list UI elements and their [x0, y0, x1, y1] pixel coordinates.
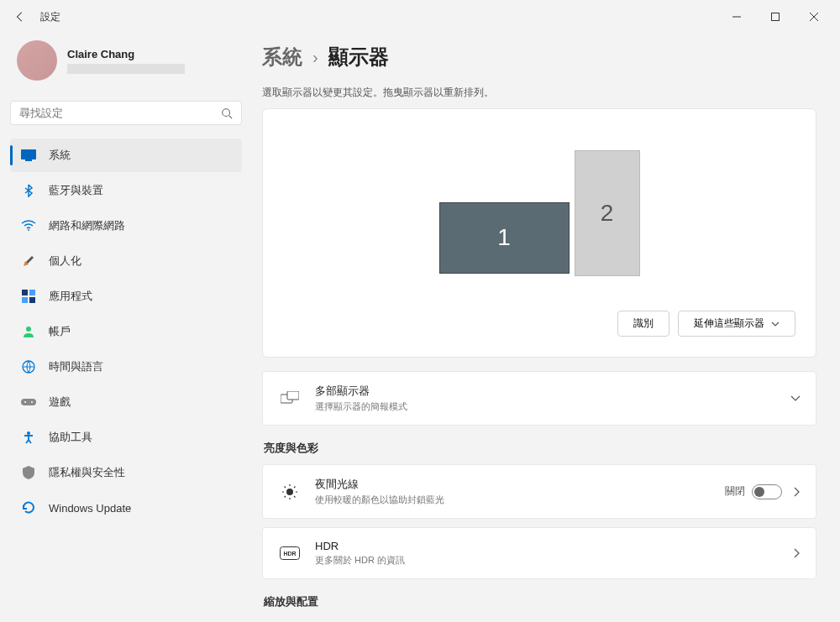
- titlebar: 設定: [0, 0, 840, 34]
- sidebar-item-windows-update[interactable]: Windows Update: [10, 491, 242, 525]
- sidebar-item-apps[interactable]: 應用程式: [10, 280, 242, 313]
- nav-list: 系統 藍牙與裝置 網路和網際網路 個人化 應用程式 帳戶: [10, 139, 242, 525]
- sidebar-item-time-language[interactable]: 時間與語言: [10, 350, 242, 384]
- svg-rect-3: [25, 159, 32, 161]
- hdr-icon: HDR: [278, 546, 302, 560]
- night-light-toggle[interactable]: 關閉: [725, 484, 782, 499]
- chevron-right-icon: [794, 548, 801, 558]
- sidebar-item-label: 應用程式: [49, 289, 92, 304]
- multiple-displays-card[interactable]: 多部顯示器 選擇顯示器的簡報模式: [262, 371, 816, 426]
- sidebar: Claire Chang 系統 藍牙與裝置 網路和網際網路 個人化: [0, 34, 252, 622]
- sidebar-item-label: 系統: [49, 148, 71, 163]
- minimize-icon: [732, 13, 741, 21]
- sidebar-item-label: 藍牙與裝置: [49, 183, 103, 198]
- svg-rect-7: [22, 297, 28, 303]
- display-arrangement-canvas: 1 2 識別 延伸這些顯示器: [262, 108, 816, 358]
- sidebar-item-label: 協助工具: [49, 430, 92, 445]
- sidebar-item-label: 帳戶: [49, 324, 71, 339]
- svg-point-1: [223, 108, 230, 116]
- toggle-label: 關閉: [725, 484, 745, 499]
- identify-button[interactable]: 識別: [617, 311, 669, 337]
- card-sub: 更多關於 HDR 的資訊: [315, 554, 794, 567]
- brightness-section-header: 亮度與色彩: [264, 441, 816, 456]
- night-light-card[interactable]: 夜間光線 使用較暖的顏色以協助封鎖藍光 關閉: [262, 464, 816, 519]
- hdr-card[interactable]: HDR HDR 更多關於 HDR 的資訊: [262, 527, 816, 579]
- breadcrumb: 系統 › 顯示器: [262, 44, 816, 71]
- chevron-down-icon: [771, 321, 780, 327]
- sidebar-item-label: 網路和網際網路: [49, 218, 125, 233]
- svg-point-13: [31, 401, 33, 403]
- svg-point-4: [28, 229, 29, 231]
- card-title: HDR: [315, 540, 794, 552]
- canvas-actions: 識別 延伸這些顯示器: [283, 311, 795, 337]
- sidebar-item-network[interactable]: 網路和網際網路: [10, 209, 242, 243]
- scale-section-header: 縮放與配置: [264, 594, 816, 609]
- svg-rect-0: [772, 13, 780, 21]
- sidebar-item-privacy[interactable]: 隱私權與安全性: [10, 456, 242, 489]
- sidebar-item-bluetooth[interactable]: 藍牙與裝置: [10, 174, 242, 207]
- extend-label: 延伸這些顯示器: [694, 316, 764, 331]
- close-button[interactable]: [795, 3, 833, 30]
- sidebar-item-label: 隱私權與安全性: [49, 465, 125, 480]
- svg-rect-5: [22, 290, 28, 295]
- globe-icon: [20, 358, 37, 375]
- breadcrumb-current: 顯示器: [328, 44, 389, 71]
- svg-rect-6: [29, 290, 35, 295]
- page-subtitle: 選取顯示器以變更其設定。拖曳顯示器以重新排列。: [262, 86, 816, 100]
- profile-name: Claire Chang: [67, 48, 185, 60]
- wifi-icon: [20, 217, 37, 234]
- svg-text:HDR: HDR: [283, 551, 296, 557]
- toggle-switch[interactable]: [752, 484, 782, 499]
- breadcrumb-parent[interactable]: 系統: [262, 44, 302, 71]
- maximize-icon: [771, 13, 780, 21]
- sidebar-item-gaming[interactable]: 遊戲: [10, 385, 242, 419]
- card-sub: 使用較暖的顏色以協助封鎖藍光: [315, 494, 725, 506]
- profile-email-redacted: [67, 64, 185, 74]
- close-icon: [810, 13, 818, 21]
- monitor-1[interactable]: 1: [439, 202, 570, 274]
- sidebar-item-accounts[interactable]: 帳戶: [10, 315, 242, 348]
- sidebar-item-label: 個人化: [49, 254, 81, 269]
- sidebar-item-system[interactable]: 系統: [10, 139, 242, 172]
- monitor-2[interactable]: 2: [575, 150, 640, 276]
- svg-rect-2: [21, 149, 36, 159]
- search-input[interactable]: [19, 107, 221, 119]
- search-box[interactable]: [10, 101, 242, 125]
- window-title: 設定: [40, 10, 60, 24]
- shield-icon: [20, 464, 37, 481]
- sidebar-item-label: 時間與語言: [49, 359, 103, 374]
- multi-monitor-icon: [278, 391, 302, 406]
- svg-point-9: [26, 327, 31, 332]
- card-title: 多部顯示器: [315, 384, 790, 399]
- chevron-right-icon: [794, 487, 801, 497]
- search-icon: [221, 107, 233, 119]
- card-title: 夜間光線: [315, 477, 725, 492]
- maximize-button[interactable]: [756, 3, 795, 30]
- apps-icon: [20, 288, 37, 305]
- svg-rect-8: [29, 297, 35, 303]
- accessibility-icon: [20, 429, 37, 446]
- extend-displays-dropdown[interactable]: 延伸這些顯示器: [678, 311, 795, 337]
- profile-area[interactable]: Claire Chang: [10, 34, 242, 87]
- sidebar-item-accessibility[interactable]: 協助工具: [10, 421, 242, 454]
- content-area: 系統 › 顯示器 選取顯示器以變更其設定。拖曳顯示器以重新排列。 1 2 識別 …: [252, 34, 840, 622]
- minimize-button[interactable]: [717, 3, 756, 30]
- night-light-icon: [278, 483, 302, 500]
- svg-rect-16: [287, 391, 299, 400]
- card-sub: 選擇顯示器的簡報模式: [315, 400, 790, 413]
- svg-point-14: [27, 431, 30, 435]
- sidebar-item-label: 遊戲: [49, 395, 71, 410]
- arrow-left-icon: [14, 11, 26, 23]
- avatar: [17, 40, 57, 81]
- chevron-down-icon: [790, 395, 801, 402]
- sidebar-item-personalization[interactable]: 個人化: [10, 244, 242, 278]
- gamepad-icon: [20, 394, 37, 410]
- toggle-knob: [754, 487, 764, 497]
- breadcrumb-separator: ›: [312, 48, 318, 67]
- paint-icon: [20, 253, 37, 269]
- back-button[interactable]: [7, 3, 34, 30]
- window-controls: [717, 3, 833, 30]
- svg-point-12: [24, 401, 26, 403]
- update-icon: [20, 499, 37, 516]
- person-icon: [20, 323, 37, 340]
